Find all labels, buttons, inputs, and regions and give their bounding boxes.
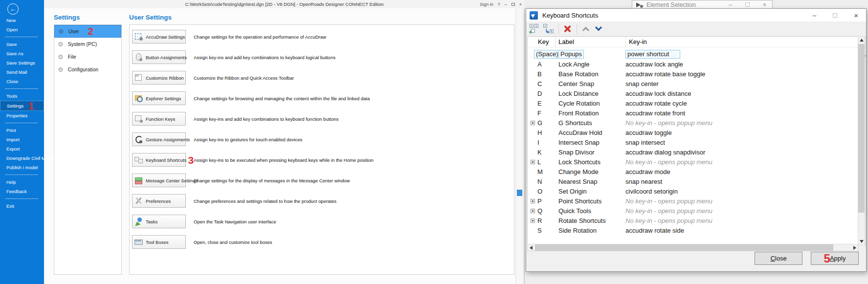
- shortcut-row-q[interactable]: QQuick ToolsNo key-in - opens popup menu: [528, 206, 866, 216]
- settings-item-configuration[interactable]: ⚙Configuration: [54, 63, 121, 76]
- move-up-button[interactable]: [582, 27, 589, 34]
- button-assignments-button[interactable]: Button Assignments: [132, 50, 186, 64]
- delete-shortcut-button[interactable]: [562, 23, 573, 34]
- shortcut-row-d[interactable]: DLock Distanceaccudraw lock distance: [528, 88, 866, 98]
- shortcut-row-f[interactable]: FFront Rotationaccudraw rotate front: [528, 108, 866, 118]
- tool-boxes-button[interactable]: Tool Boxes: [132, 235, 186, 249]
- user-settings-item-description: Assign key-ins to gestures for touch-ena…: [194, 137, 302, 142]
- accudraw-settings-button[interactable]: AccuDraw Settings: [132, 30, 186, 44]
- key-cell: I: [537, 139, 558, 146]
- sidebar-item-send-mail[interactable]: Send Mail: [0, 67, 44, 77]
- expand-icon[interactable]: [531, 209, 535, 213]
- keyboard-shortcuts-dialog-icon: [530, 11, 538, 20]
- sidebar-item-downgrade-civil-model[interactable]: Downgrade Civil Model: [0, 153, 44, 163]
- sidebar-item-publish-i-model[interactable]: Publish i model: [0, 163, 44, 172]
- sidebar-item-import[interactable]: Import: [0, 135, 44, 144]
- shortcut-row-o[interactable]: OSet Origincivilcoord setorigin: [528, 186, 866, 196]
- label-edit-box[interactable]: Popups: [558, 50, 584, 59]
- sidebar-item-tools[interactable]: Tools: [0, 91, 44, 101]
- shortcut-row-a[interactable]: ALock Angleaccudraw lock angle: [528, 59, 866, 69]
- sidebar-item-help[interactable]: Help: [0, 177, 44, 187]
- element-selection-minimize-button[interactable]: –: [729, 1, 732, 8]
- dialog-maximize-button[interactable]: [833, 13, 837, 18]
- shortcut-row-i[interactable]: IIntersect Snapsnap intersect: [528, 137, 866, 147]
- sidebar-item-properties[interactable]: Properties: [0, 111, 44, 120]
- horizontal-scrollbar-thumb[interactable]: [535, 244, 833, 251]
- scroll-right-button[interactable]: [851, 244, 858, 251]
- table-vertical-scrollbar[interactable]: [858, 36, 865, 245]
- shortcut-row-s[interactable]: SSide Rotationaccudraw rotate side: [528, 225, 866, 235]
- settings-item-file[interactable]: ⚙File: [54, 50, 121, 63]
- shortcut-row-space[interactable]: (Space)Popupspower shortcut4: [528, 49, 866, 59]
- table-horizontal-scrollbar[interactable]: [527, 244, 859, 251]
- keyboard-shortcuts-button[interactable]: Keyboard Shortcuts3: [132, 153, 186, 167]
- sidebar-item-save-as[interactable]: Save As: [0, 49, 44, 58]
- shortcut-row-e[interactable]: ECycle Rotationaccudraw rotate cycle: [528, 98, 866, 108]
- apply-button[interactable]: 5Apply: [811, 252, 859, 265]
- sidebar-item-save[interactable]: Save: [0, 40, 44, 49]
- column-header-label[interactable]: Label: [555, 37, 625, 47]
- scroll-left-button[interactable]: [528, 244, 534, 251]
- tasks-button[interactable]: Tasks: [132, 215, 186, 228]
- scroll-down-button[interactable]: [858, 238, 865, 245]
- sidebar-item-settings[interactable]: Settings1: [0, 101, 44, 111]
- shortcut-row-h[interactable]: HAccuDraw Holdaccudraw toggle: [528, 128, 866, 137]
- keyin-edit-box[interactable]: power shortcut: [625, 50, 680, 59]
- close-dialog-button[interactable]: Close: [755, 252, 802, 265]
- dialog-minimize-button[interactable]: –: [813, 12, 816, 19]
- message-center-settings-button[interactable]: Message Center Settings: [132, 174, 186, 187]
- new-sub-shortcut-button[interactable]: A ↳ B: [542, 23, 555, 35]
- sidebar-item-label: Print: [6, 126, 16, 135]
- element-selection-maximize-button[interactable]: [745, 2, 750, 7]
- expand-icon[interactable]: [531, 199, 535, 203]
- element-selection-close-button[interactable]: ×: [763, 1, 766, 8]
- expand-icon[interactable]: [531, 160, 535, 164]
- sidebar-item-open[interactable]: Open: [0, 25, 44, 34]
- shortcut-row-l[interactable]: LLock ShortcutsNo key-in - opens popup m…: [528, 157, 866, 167]
- key-cell: F: [537, 109, 558, 117]
- sidebar-item-save-settings[interactable]: Save Settings: [0, 58, 44, 67]
- sidebar-item-new[interactable]: New: [0, 16, 44, 25]
- function-keys-button[interactable]: Function Keys: [132, 112, 186, 126]
- new-shortcut-button[interactable]: A S +: [529, 23, 541, 35]
- help-button[interactable]: ?: [498, 2, 500, 7]
- shortcut-row-g[interactable]: GG ShortcutsNo key-in - opens popup menu: [528, 118, 866, 128]
- explorer-settings-button[interactable]: Explorer Settings: [132, 91, 186, 105]
- sidebar-item-print[interactable]: Print: [0, 126, 44, 135]
- gesture-assignments-button[interactable]: Gesture Assignments: [132, 132, 186, 146]
- label-cell: Set Origin: [558, 188, 625, 195]
- column-header-key[interactable]: Key: [537, 38, 555, 45]
- sign-in-button[interactable]: Sign in: [480, 2, 493, 7]
- expand-icon[interactable]: [531, 218, 535, 223]
- restore-button[interactable]: [512, 3, 515, 6]
- back-arrow-icon: ←: [10, 5, 16, 13]
- vertical-scrollbar-thumb[interactable]: [858, 44, 865, 213]
- scroll-up-button[interactable]: [858, 37, 865, 44]
- main-window-scrollbar[interactable]: [515, 8, 524, 284]
- key-edit-box[interactable]: (Space): [534, 50, 560, 59]
- shortcut-row-c[interactable]: CCenter Snapsnap center: [528, 79, 866, 88]
- move-down-button[interactable]: [595, 24, 602, 31]
- shortcut-row-p[interactable]: PPoint ShortcutsNo key-in - opens popup …: [528, 196, 866, 206]
- shortcut-row-k[interactable]: KSnap Divisoraccudraw dialog snapdivisor: [528, 147, 866, 157]
- minimize-button[interactable]: –: [505, 2, 507, 7]
- sidebar-item-label: Properties: [6, 111, 27, 120]
- sidebar-item-export[interactable]: Export: [0, 144, 44, 153]
- shortcut-row-m[interactable]: MChange Modeaccudraw mode: [528, 167, 866, 176]
- sidebar-item-exit[interactable]: Exit: [0, 201, 44, 211]
- shortcut-row-r[interactable]: RRotate ShortcutsNo key-in - opens popup…: [528, 216, 866, 225]
- main-window-scrollbar-thumb[interactable]: [517, 190, 522, 196]
- settings-item-user[interactable]: ⚙User2: [54, 25, 121, 38]
- sidebar-item-feedback[interactable]: Feedback: [0, 187, 44, 196]
- dialog-close-button[interactable]: ×: [854, 11, 858, 20]
- shortcut-row-n[interactable]: NNearest Snapsnap nearest: [528, 176, 866, 186]
- shortcut-row-b[interactable]: BBase Rotationaccudraw rotate base toggl…: [528, 69, 866, 79]
- close-button[interactable]: ×: [519, 2, 522, 7]
- preferences-button[interactable]: Preferences: [132, 194, 186, 208]
- settings-item-system-pc[interactable]: ⚙System (PC): [54, 38, 121, 50]
- back-button[interactable]: ←: [7, 3, 19, 15]
- sidebar-item-close[interactable]: Close: [0, 77, 44, 86]
- expand-icon[interactable]: [531, 121, 535, 125]
- customize-ribbon-button[interactable]: Customize Ribbon: [132, 71, 186, 85]
- column-header-keyin[interactable]: Key-in: [625, 37, 866, 47]
